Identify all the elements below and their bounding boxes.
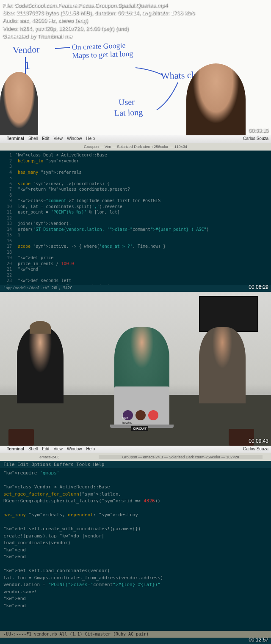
bitrate-value: 1736 kb/s <box>171 10 195 16</box>
generator-text: Generated by Thumbnail me <box>3 33 195 40</box>
person-left <box>0 72 38 135</box>
mac-menubar: Terminal Shell Edit View Window Help Car… <box>0 135 271 143</box>
emacs-minibuffer <box>0 638 271 644</box>
timestamp-3: 00:09:43 <box>249 438 268 444</box>
menubar-user-2: Carlos Souza <box>243 447 268 452</box>
vim-statusbar: "app/models/deal.rb" 26L, 542C 7,1 <box>0 285 271 292</box>
person-1 <box>17 327 64 403</box>
person-right <box>186 63 246 135</box>
size-bytes: 211370273 bytes <box>17 10 59 16</box>
sticker-howto <box>136 410 146 420</box>
sticker-howto-text: howto. <box>122 421 132 425</box>
wb-oncreate: On create Google Maps to get lat long <box>72 41 136 60</box>
wb-one: 1 <box>24 59 30 72</box>
duration-value: 00:16:14 <box>118 10 139 16</box>
mac-menubar-2: Terminal Shell Edit View Window Help Car… <box>0 446 271 453</box>
sticker-circuit: CIRCUIT <box>131 426 148 431</box>
file-name: CodeSchool.com.Feature.Focus.Groupon.Spa… <box>14 2 168 8</box>
menubar-user: Carlos Souza <box>243 136 268 142</box>
tab-center: Groupon — emacs-24.3 — Solarized Dark xt… <box>99 455 263 459</box>
app-name-2: Terminal <box>7 447 24 452</box>
menu-view-2: View <box>53 447 63 452</box>
size-label: Size: <box>3 10 15 16</box>
bitrate-label: avg.bitrate: <box>142 10 169 16</box>
thumbnail-panel-2: Terminal Shell Edit View Window Help Car… <box>0 135 271 292</box>
wb-vendor: Vendor <box>13 44 40 56</box>
sticker-elixir-text: elixir <box>122 417 128 419</box>
emacs-code-area: "kw">require 'gmaps' "kw">class Vendor <… <box>0 468 271 611</box>
emacs-menubar: File Edit Options Buffers Tools Help <box>0 461 271 468</box>
menu-view: View <box>53 136 63 142</box>
file-label: File: <box>3 2 13 8</box>
thumbnail-panel-3: elixir CIRCUIT howto. 00:09:43 <box>0 292 271 446</box>
file-info-overlay: File: CodeSchool.com.Feature.Focus.Group… <box>3 2 195 40</box>
audio-value: aac, 48000 Hz, stereo (eng) <box>20 17 88 24</box>
app-name: Terminal <box>7 136 24 142</box>
wb-latlong: Lat long <box>114 107 143 118</box>
menu-help: Help <box>86 136 95 142</box>
menu-help-2: Help <box>86 447 95 452</box>
tab-left: emacs-24.3 <box>8 455 90 459</box>
thumbnail-panel-1: File: CodeSchool.com.Feature.Focus.Group… <box>0 0 271 135</box>
menu-shell-2: Shell <box>28 447 38 452</box>
terminal-tab: Groupon — Vim — Solarized Dark xterm-256… <box>0 143 271 151</box>
timestamp-1: 00:03:15 <box>249 128 268 134</box>
audio-label: Audio: <box>3 17 18 24</box>
thumbnail-panel-4: Terminal Shell Edit View Window Help Car… <box>0 446 271 644</box>
wb-user: User <box>119 97 135 107</box>
tv-monitor <box>199 296 258 332</box>
menu-window-2: Window <box>67 447 82 452</box>
timestamp-4: 00:12:57 <box>249 637 268 643</box>
chair-left <box>8 429 34 446</box>
menu-edit-2: Edit <box>42 447 49 452</box>
video-label: Video: <box>3 25 18 32</box>
timestamp-2: 00:06:29 <box>249 284 268 290</box>
duration-label: duration: <box>95 10 116 16</box>
menu-window: Window <box>67 136 82 142</box>
person-3 <box>199 327 246 403</box>
video-value: h264, yuv420p, 1280x720, 24.00 fps(r) (u… <box>19 25 128 32</box>
menu-edit: Edit <box>42 136 49 142</box>
vim-code-area: 1"kw">class Deal < ActiveRecord::Base2 b… <box>0 151 271 302</box>
emacs-modeline: -UU-:----F1 vendor.rb All (1,1) Git-mast… <box>0 631 271 638</box>
terminal-tabs-2: emacs-24.3 Groupon — emacs-24.3 — Solari… <box>0 453 271 461</box>
menu-shell: Shell <box>28 136 38 142</box>
sticker-misc <box>148 410 158 420</box>
size-mib: (201.58 MiB) <box>60 10 91 16</box>
vim-status-file: "app/models/deal.rb" 26L, 542C <box>3 286 72 291</box>
